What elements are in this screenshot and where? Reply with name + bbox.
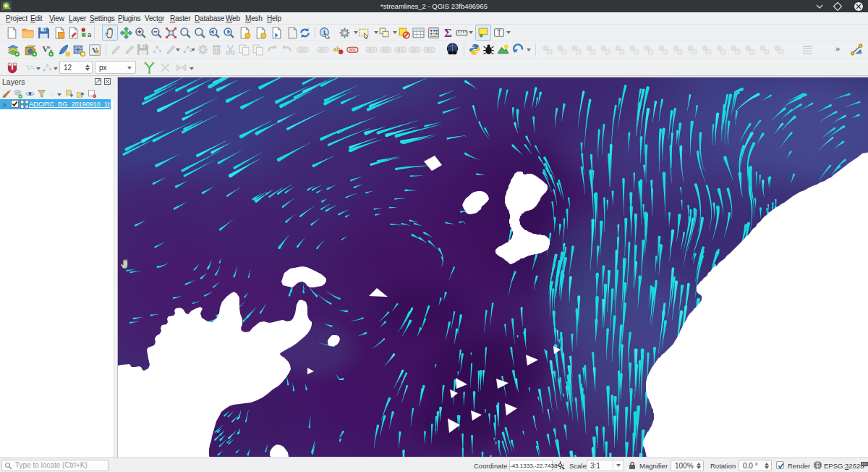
svg-text:T: T bbox=[497, 29, 501, 37]
svg-text:Σ: Σ bbox=[444, 26, 452, 40]
svg-text:abc: abc bbox=[396, 47, 404, 52]
svg-text:i: i bbox=[323, 28, 326, 36]
svg-text:V: V bbox=[26, 64, 32, 72]
svg-text:abc: abc bbox=[411, 47, 419, 52]
svg-text:abc: abc bbox=[382, 47, 390, 52]
svg-text:V: V bbox=[42, 44, 48, 54]
svg-text:abc: abc bbox=[367, 47, 375, 52]
svg-text:abc: abc bbox=[425, 47, 433, 52]
svg-text:abc: abc bbox=[319, 47, 327, 52]
svg-text:ε: ε bbox=[51, 90, 54, 98]
svg-text:a: a bbox=[88, 30, 92, 38]
svg-text:abc: abc bbox=[349, 47, 357, 52]
svg-text:abc: abc bbox=[299, 47, 307, 52]
